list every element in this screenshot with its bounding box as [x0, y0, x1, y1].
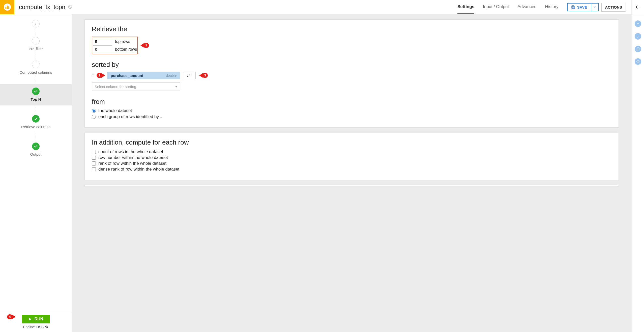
annotation-callout-1: 1	[140, 43, 149, 48]
step-node-start[interactable]	[0, 20, 72, 27]
radio-label: the whole dataset	[98, 108, 132, 113]
tab-advanced[interactable]: Advanced	[517, 0, 537, 14]
sort-desc-icon	[187, 73, 191, 77]
svg-rect-2	[7, 6, 8, 9]
next-card-peek	[84, 185, 619, 186]
back-button[interactable]	[631, 0, 644, 14]
bottom-rows-label: bottom rows	[115, 47, 137, 52]
play-icon	[28, 317, 32, 321]
placeholder-text: Select column for sorting	[95, 85, 136, 89]
connector	[36, 51, 36, 61]
compute-opt-denserank[interactable]: dense rank of row within the whole datas…	[92, 167, 611, 172]
engine-prefix: Engine:	[23, 325, 35, 329]
compute-opt-rank[interactable]: rank of row within the whole dataset	[92, 161, 611, 166]
checkbox-label: row number within the whole dataset	[98, 155, 168, 160]
radio-group[interactable]	[92, 115, 96, 119]
annotation-number: 4	[7, 314, 13, 319]
step-label: Retrieve columns	[21, 125, 50, 129]
rail-chat-button[interactable]	[635, 46, 641, 52]
chevron-down-icon	[593, 6, 596, 9]
step-top-n[interactable]: Top N	[0, 84, 72, 105]
gear-icon[interactable]	[45, 325, 48, 329]
checkbox[interactable]	[92, 156, 96, 160]
rail-history-button[interactable]	[635, 58, 641, 65]
check-icon	[32, 115, 40, 123]
bottom-rows-input[interactable]	[93, 45, 112, 53]
from-heading: from	[92, 98, 611, 106]
checkbox[interactable]	[92, 150, 96, 154]
tab-history[interactable]: History	[545, 0, 559, 14]
annotation-callout-3: 3	[199, 73, 208, 78]
page-title: compute_tx_topn	[19, 4, 65, 11]
step-label: Computed columns	[19, 70, 52, 74]
arrow-down-icon	[32, 20, 40, 27]
step-output[interactable]: Output	[0, 143, 72, 156]
info-icon: i	[637, 34, 638, 39]
actions-button[interactable]: ACTIONS	[601, 3, 626, 12]
step-label: Pre-filter	[29, 47, 43, 51]
sorted-heading: sorted by	[92, 61, 611, 69]
sidebar-footer: RUN Engine: DSS 4	[0, 312, 72, 332]
connector	[36, 74, 36, 84]
svg-rect-1	[5, 7, 6, 9]
run-label: RUN	[35, 317, 43, 321]
run-button[interactable]: RUN	[22, 315, 50, 323]
column-name: purchase_amount	[111, 73, 143, 78]
check-icon	[32, 88, 40, 95]
arrow-left-icon	[635, 4, 641, 10]
circle-icon	[32, 37, 40, 45]
tab-io[interactable]: Input / Output	[483, 0, 509, 14]
tab-settings[interactable]: Settings	[457, 0, 474, 14]
bar-chart-icon	[4, 3, 11, 11]
main-panel: Retrieve the top rows bottom rows 1 sor	[72, 14, 631, 332]
step-label: Output	[30, 152, 41, 156]
top-rows-input[interactable]	[93, 38, 112, 45]
top-rows-label: top rows	[115, 39, 130, 44]
compute-opt-rownum[interactable]: row number within the whole dataset	[92, 155, 611, 160]
engine-indicator: Engine: DSS	[23, 325, 48, 329]
from-option-group[interactable]: each group of rows identified by...	[92, 114, 611, 119]
step-computed-columns[interactable]: Computed columns	[0, 61, 72, 74]
save-dropdown-button[interactable]	[591, 3, 599, 11]
check-icon	[32, 143, 40, 150]
retrieve-card: Retrieve the top rows bottom rows 1 sor	[84, 19, 619, 128]
annotation-callout-4: 4	[7, 314, 16, 319]
annotation-number: 3	[202, 73, 208, 78]
from-option-whole[interactable]: the whole dataset	[92, 108, 611, 113]
save-button[interactable]: SAVE	[567, 3, 591, 11]
sort-direction-button[interactable]	[182, 72, 196, 79]
checkbox[interactable]	[92, 161, 96, 165]
column-type: double	[166, 73, 177, 77]
rail-info-button[interactable]: i	[635, 33, 641, 40]
radio-whole[interactable]	[92, 109, 96, 113]
sort-column-chip[interactable]: purchase_amount double	[107, 72, 180, 79]
step-prefilter[interactable]: Pre-filter	[0, 37, 72, 51]
retrieve-heading: Retrieve the	[92, 25, 611, 33]
plus-icon	[636, 22, 640, 25]
checkbox-label: dense rank of row within the whole datas…	[98, 167, 179, 172]
compute-opt-count[interactable]: count of rows in the whole dataset	[92, 149, 611, 154]
step-retrieve-columns[interactable]: Retrieve columns	[0, 115, 72, 133]
drag-handle-icon[interactable]: ⠿	[92, 75, 95, 76]
header-tabs: Settings Input / Output Advanced History	[457, 0, 559, 14]
annotation-number: 2	[97, 73, 102, 78]
sort-column-select[interactable]: Select column for sorting ▾	[92, 82, 180, 91]
compute-card: In addition, compute for each row count …	[84, 133, 619, 180]
engine-name: DSS	[36, 325, 44, 329]
step-label: Top N	[31, 97, 41, 101]
svg-marker-7	[29, 318, 31, 321]
chat-icon	[636, 47, 640, 51]
connector	[36, 133, 36, 143]
app-logo	[0, 0, 14, 14]
right-rail: i	[631, 14, 644, 332]
save-icon	[571, 5, 575, 9]
clock-icon	[636, 60, 640, 63]
caret-down-icon: ▾	[175, 84, 177, 89]
radio-label: each group of rows identified by...	[98, 114, 162, 119]
rail-add-button[interactable]	[635, 20, 641, 27]
status-icon	[68, 5, 72, 10]
checkbox-label: count of rows in the whole dataset	[98, 149, 163, 154]
retrieve-highlight-box: top rows bottom rows	[92, 37, 138, 54]
checkbox[interactable]	[92, 167, 96, 171]
circle-icon	[32, 61, 40, 68]
